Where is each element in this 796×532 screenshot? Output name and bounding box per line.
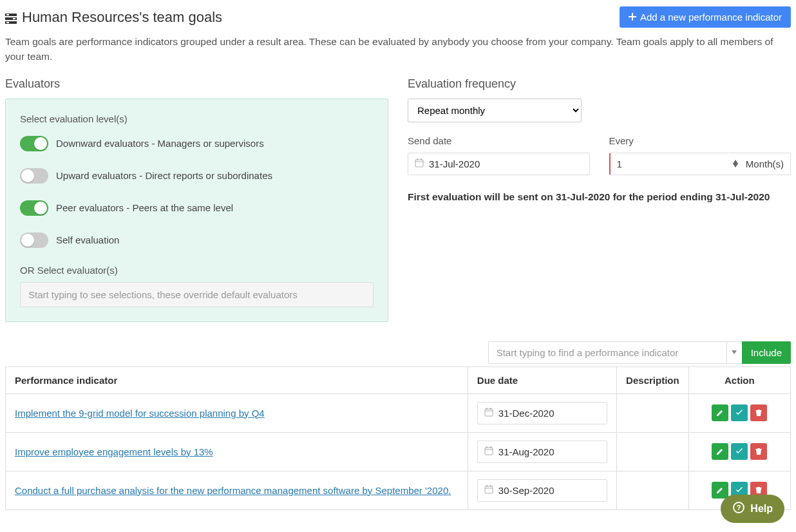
th-description: Description <box>617 366 689 394</box>
svg-rect-5 <box>6 22 9 23</box>
every-input[interactable]: 1 Month(s) <box>609 153 791 175</box>
plus-icon <box>629 12 636 23</box>
first-evaluation-note: First evaluation will be sent on 31-Jul-… <box>408 189 791 204</box>
check-icon <box>735 409 743 417</box>
edit-button[interactable] <box>712 404 728 421</box>
frequency-select[interactable]: Repeat monthly <box>408 99 582 122</box>
pi-link[interactable]: Implement the 9-grid model for successio… <box>15 408 265 419</box>
every-unit: Month(s) <box>742 158 784 169</box>
svg-rect-6 <box>415 160 423 167</box>
find-dropdown-toggle[interactable] <box>726 341 742 364</box>
check-icon <box>735 448 743 455</box>
desc-cell <box>617 432 689 471</box>
toggle-upward-label: Upward evaluators - Direct reports or su… <box>56 170 272 181</box>
svg-text:?: ? <box>737 504 741 511</box>
toggle-downward-evaluators[interactable] <box>20 136 48 151</box>
svg-rect-4 <box>13 18 15 19</box>
every-stepper[interactable] <box>733 160 738 167</box>
table-row: Implement the 9-grid model for successio… <box>6 394 791 432</box>
add-performance-indicator-button[interactable]: Add a new performance indicator <box>620 6 791 28</box>
toggle-self-label: Self evaluation <box>56 234 119 245</box>
edit-button[interactable] <box>712 443 728 460</box>
desc-cell <box>617 394 689 432</box>
list-icon <box>5 12 17 23</box>
due-date-value: 30-Sep-2020 <box>498 485 554 496</box>
pencil-icon <box>716 448 724 455</box>
every-label: Every <box>609 135 791 146</box>
chevron-down-icon <box>732 350 737 354</box>
delete-button[interactable] <box>750 443 767 460</box>
chevron-down-icon <box>733 164 738 167</box>
every-value: 1 <box>617 158 733 169</box>
calendar-icon <box>484 446 493 457</box>
evaluators-title: Evaluators <box>5 77 388 91</box>
calendar-icon <box>484 408 493 419</box>
due-date-value: 31-Dec-2020 <box>498 408 554 419</box>
evaluators-panel: Select evaluation level(s) Downward eval… <box>5 99 388 322</box>
toggle-peer-label: Peer evaluators - Peers at the same leve… <box>56 202 233 213</box>
delete-button[interactable] <box>750 404 767 421</box>
svg-rect-14 <box>485 448 493 455</box>
pi-link[interactable]: Improve employee engagement levels by 13… <box>15 446 213 457</box>
help-icon: ? <box>732 501 745 515</box>
svg-rect-3 <box>6 14 9 15</box>
add-button-label: Add a new performance indicator <box>640 12 782 23</box>
due-date-input[interactable]: 31-Dec-2020 <box>477 402 607 424</box>
calendar-icon <box>415 158 424 169</box>
select-levels-label: Select evaluation level(s) <box>20 113 374 124</box>
or-select-evaluators-label: OR Select evaluator(s) <box>20 265 374 276</box>
help-label: Help <box>750 503 773 515</box>
edit-button[interactable] <box>712 482 728 499</box>
include-button[interactable]: Include <box>742 341 791 364</box>
th-performance-indicator: Performance indicator <box>6 366 468 394</box>
check-icon <box>735 486 743 494</box>
page-subtitle: Team goals are performance indicators gr… <box>5 34 791 64</box>
svg-rect-18 <box>485 486 493 493</box>
pencil-icon <box>716 409 724 417</box>
evaluation-frequency-title: Evaluation frequency <box>408 77 791 91</box>
performance-indicator-table: Performance indicator Due date Descripti… <box>5 366 791 510</box>
table-row: Improve employee engagement levels by 13… <box>6 432 791 471</box>
desc-cell <box>617 471 689 509</box>
page-title: Human Resources's team goals <box>5 9 222 26</box>
evaluators-input[interactable] <box>20 282 374 307</box>
complete-button[interactable] <box>731 404 748 421</box>
pencil-icon <box>716 486 724 494</box>
send-date-input[interactable]: 31-Jul-2020 <box>408 153 590 175</box>
th-due-date: Due date <box>468 366 616 394</box>
th-action: Action <box>688 366 790 394</box>
toggle-upward-evaluators[interactable] <box>20 168 48 184</box>
table-row: Conduct a full purchase analysis for the… <box>6 471 791 509</box>
send-date-label: Send date <box>408 135 590 146</box>
send-date-value: 31-Jul-2020 <box>429 158 480 169</box>
trash-icon <box>755 448 763 455</box>
due-date-input[interactable]: 31-Aug-2020 <box>477 441 607 463</box>
svg-rect-10 <box>485 409 493 416</box>
toggle-peer-evaluators[interactable] <box>20 200 48 216</box>
calendar-icon <box>484 485 493 496</box>
trash-icon <box>755 409 763 417</box>
pi-link[interactable]: Conduct a full purchase analysis for the… <box>15 485 451 496</box>
page-title-text: Human Resources's team goals <box>22 9 222 26</box>
due-date-input[interactable]: 30-Sep-2020 <box>477 479 607 502</box>
find-performance-indicator-input[interactable] <box>488 341 726 364</box>
toggle-self-evaluation[interactable] <box>20 233 48 248</box>
toggle-downward-label: Downward evaluators - Managers or superv… <box>56 138 264 149</box>
complete-button[interactable] <box>731 443 748 460</box>
due-date-value: 31-Aug-2020 <box>498 446 554 457</box>
trash-icon <box>755 486 763 494</box>
help-button[interactable]: ? Help <box>721 495 784 515</box>
